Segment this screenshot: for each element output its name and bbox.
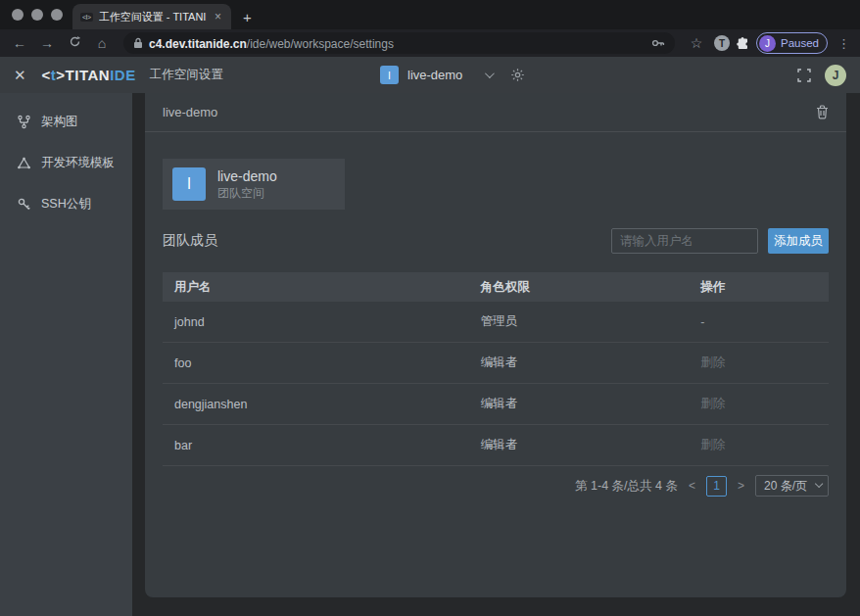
username-input[interactable] (611, 228, 758, 254)
browser-menu-icon[interactable]: ⋮ (834, 36, 852, 51)
chevron-down-icon (815, 480, 823, 488)
user-avatar[interactable]: J (825, 65, 846, 86)
logo-ide: IDE (110, 67, 136, 83)
panel-body: l live-demo 团队空间 团队成员 添加成员 用户名 (145, 132, 846, 497)
sidebar-item-architecture[interactable]: 架构图 (0, 101, 132, 142)
url-host: c4.dev.titanide.cn (149, 37, 247, 51)
fullscreen-icon[interactable] (797, 69, 811, 82)
sidebar-item-label: 架构图 (41, 114, 78, 130)
chevron-down-icon (485, 69, 495, 78)
page-size-value: 20 条/页 (764, 478, 807, 495)
delete-member-link[interactable]: 删除 (689, 355, 829, 371)
address-bar[interactable]: c4.dev.titanide.cn/ide/web/workspace/set… (123, 32, 675, 54)
tab-close-icon[interactable]: × (213, 10, 223, 24)
content-area: live-demo l live-demo 团队空间 团队成员 (132, 93, 860, 616)
traffic-light-minimize[interactable] (31, 9, 43, 21)
profile-avatar: J (759, 35, 776, 52)
bookmark-star-icon[interactable]: ☆ (685, 32, 708, 54)
sidebar-item-label: 开发环境模板 (41, 155, 115, 171)
logo-bracket-right: > (56, 67, 65, 83)
table-row: dengjianshen 编辑者 删除 (163, 384, 829, 425)
table-body: johnd 管理员 - foo 编辑者 删除 dengjianshen 编辑者 … (163, 302, 829, 466)
next-page-icon[interactable]: > (736, 479, 746, 493)
logo-titan: TITAN (66, 67, 111, 83)
panel-header: live-demo (145, 93, 846, 132)
back-icon[interactable]: ← (8, 32, 31, 54)
gear-icon[interactable] (510, 68, 525, 82)
settings-panel: live-demo l live-demo 团队空间 团队成员 (145, 93, 846, 597)
browser-tab[interactable]: <I> 工作空间设置 - TITANIDE × (72, 4, 231, 29)
favicon-icon: <I> (80, 13, 93, 22)
members-section-title: 团队成员 (163, 232, 217, 250)
sidebar-item-ssh-key[interactable]: SSH公钥 (0, 183, 132, 224)
reload-icon[interactable] (63, 32, 86, 54)
member-role: 编辑者 (469, 355, 689, 371)
col-role: 角色权限 (469, 279, 689, 296)
browser-window: <I> 工作空间设置 - TITANIDE × + ← → ⌂ c4.dev.t… (0, 0, 860, 616)
table-row: foo 编辑者 删除 (163, 343, 829, 384)
workspace-card-type: 团队空间 (217, 185, 277, 201)
lock-icon (133, 37, 143, 49)
extensions-puzzle-icon[interactable] (736, 36, 750, 51)
titanide-logo: <t>TITANIDE (42, 67, 136, 83)
workspace-card: l live-demo 团队空间 (163, 159, 345, 210)
members-table: 用户名 角色权限 操作 johnd 管理员 - foo 编辑者 删除 dengj… (163, 272, 829, 466)
sidebar-item-dev-template[interactable]: 开发环境模板 (0, 142, 132, 183)
workspace-name: live-demo (407, 68, 462, 82)
triangle-icon (17, 156, 31, 170)
extension-t-icon[interactable]: T (714, 35, 730, 51)
page-title: 工作空间设置 (150, 67, 223, 83)
table-row: johnd 管理员 - (163, 302, 829, 343)
members-toolbar: 团队成员 添加成员 (163, 228, 829, 254)
password-key-icon[interactable] (651, 37, 665, 49)
pagination-summary: 第 1-4 条/总共 4 条 (575, 478, 678, 495)
app-header: ✕ <t>TITANIDE 工作空间设置 l live-demo J (0, 57, 860, 93)
workspace-switcher[interactable]: l live-demo (380, 57, 525, 93)
tab-title: 工作空间设置 - TITANIDE (99, 10, 207, 24)
forward-icon[interactable]: → (35, 32, 59, 54)
delete-member-link[interactable]: 删除 (689, 396, 829, 412)
delete-workspace-button[interactable] (816, 105, 829, 119)
member-role: 管理员 (469, 313, 689, 330)
member-role: 编辑者 (469, 437, 689, 453)
home-icon[interactable]: ⌂ (90, 32, 114, 54)
sync-paused-label: Paused (781, 37, 819, 49)
fork-icon (17, 115, 31, 129)
browser-toolbar: ← → ⌂ c4.dev.titanide.cn/ide/web/workspa… (0, 29, 860, 57)
close-workspace-icon[interactable]: ✕ (14, 67, 26, 84)
page-size-select[interactable]: 20 条/页 (755, 475, 829, 497)
tab-strip: <I> 工作空间设置 - TITANIDE × + (0, 0, 860, 29)
col-actions: 操作 (689, 279, 829, 296)
window-controls (0, 0, 72, 29)
key-icon (17, 197, 31, 212)
prev-page-icon[interactable]: < (687, 479, 697, 493)
sidebar-item-label: SSH公钥 (41, 196, 91, 213)
browser-profile-button[interactable]: J Paused (756, 32, 828, 54)
sidebar: 架构图 开发环境模板 SSH公钥 (0, 93, 132, 616)
workspace-card-badge: l (172, 167, 206, 201)
col-username: 用户名 (163, 279, 469, 296)
workspace-badge: l (380, 66, 399, 84)
table-row: bar 编辑者 删除 (163, 425, 829, 466)
add-member-button[interactable]: 添加成员 (768, 228, 829, 254)
traffic-light-close[interactable] (12, 9, 24, 21)
member-username: foo (163, 356, 469, 370)
table-header-row: 用户名 角色权限 操作 (163, 272, 829, 302)
url-path: /ide/web/workspace/settings (247, 37, 394, 51)
member-username: johnd (163, 315, 469, 329)
trash-icon (816, 105, 829, 119)
logo-bracket-left: < (42, 67, 51, 83)
member-username: bar (163, 439, 469, 452)
breadcrumb: live-demo (163, 105, 217, 119)
traffic-light-zoom[interactable] (51, 9, 63, 21)
header-right: J (797, 65, 846, 86)
current-page-button[interactable]: 1 (706, 476, 727, 497)
delete-member-link[interactable]: 删除 (689, 437, 829, 453)
member-username: dengjianshen (163, 398, 469, 411)
workspace-card-name: live-demo (217, 167, 277, 185)
pagination: 第 1-4 条/总共 4 条 < 1 > 20 条/页 (163, 475, 829, 497)
new-tab-button[interactable]: + (231, 4, 263, 29)
member-role: 编辑者 (469, 396, 689, 412)
toolbar-right: ☆ T J Paused ⋮ (685, 32, 852, 54)
app-body: 架构图 开发环境模板 SSH公钥 live-demo (0, 93, 860, 616)
